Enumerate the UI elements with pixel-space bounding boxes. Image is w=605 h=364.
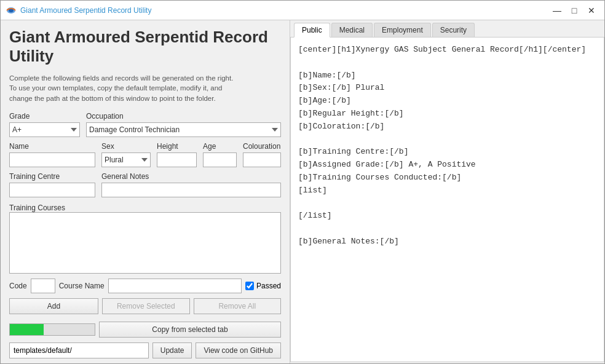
title-bar: Giant Armoured Serpentid Record Utility … (1, 1, 604, 20)
name-label: Name (9, 142, 95, 151)
path-input[interactable] (9, 342, 149, 358)
name-group: Name (9, 142, 95, 167)
copy-tab-button[interactable]: Copy from selected tab (99, 322, 281, 338)
colouration-group: Colouration (243, 142, 281, 167)
app-title: Giant Armoured Serpentid Record Utility (9, 28, 281, 66)
tab-security[interactable]: Security (432, 23, 475, 37)
training-courses-section: Training Courses (9, 202, 281, 274)
passed-label: Passed (256, 282, 281, 290)
progress-bar-fill (10, 324, 44, 335)
height-label: Height (157, 142, 197, 151)
occupation-select[interactable]: Damage Control Technician Engineer Medic… (86, 122, 281, 137)
sex-group: Sex Male Female Plural Other (101, 142, 151, 167)
left-panel: Giant Armoured Serpentid Record Utility … (1, 20, 290, 363)
training-courses-label: Training Courses (9, 204, 281, 212)
tab-content-public: [center][h1]Xynergy GAS Subject General … (290, 38, 604, 362)
remove-all-button[interactable]: Remove All (194, 298, 282, 314)
template-content: [center][h1]Xynergy GAS Subject General … (298, 44, 596, 248)
minimize-button[interactable]: — (549, 4, 565, 17)
grade-select[interactable]: A+ A B+ B C+ C (9, 122, 80, 137)
course-action-row: Add Remove Selected Remove All (9, 298, 281, 314)
training-centre-input[interactable] (9, 183, 95, 197)
height-input[interactable] (157, 152, 197, 167)
name-input[interactable] (9, 152, 95, 167)
main-content: Giant Armoured Serpentid Record Utility … (1, 20, 604, 363)
occupation-group: Occupation Damage Control Technician Eng… (86, 112, 281, 137)
grade-group: Grade A+ A B+ B C+ C (9, 112, 80, 137)
general-notes-label: General Notes (101, 172, 281, 181)
app-description: Complete the following fields and record… (9, 73, 281, 103)
tab-medical[interactable]: Medical (331, 23, 373, 37)
training-notes-row: Training Centre General Notes (9, 172, 281, 197)
age-input[interactable] (203, 152, 237, 167)
update-button[interactable]: Update (152, 342, 192, 358)
sex-select[interactable]: Male Female Plural Other (101, 152, 151, 167)
course-name-label: Course Name (59, 282, 105, 290)
github-button[interactable]: View code on GitHub (196, 342, 281, 358)
tab-employment[interactable]: Employment (374, 23, 431, 37)
close-button[interactable]: ✕ (583, 4, 599, 17)
right-panel: Public Medical Employment Security [cent… (290, 20, 604, 363)
progress-row: Copy from selected tab (9, 322, 281, 338)
general-notes-group: General Notes (101, 172, 281, 197)
code-input[interactable] (31, 279, 55, 293)
passed-checkbox[interactable] (245, 282, 254, 290)
path-row: Update View code on GitHub (9, 342, 281, 358)
age-group: Age (203, 142, 237, 167)
remove-selected-button[interactable]: Remove Selected (102, 298, 190, 314)
tab-public[interactable]: Public (294, 23, 330, 38)
personal-info-row: Name Sex Male Female Plural Other Height (9, 142, 281, 167)
code-label: Code (9, 282, 27, 290)
grade-occupation-row: Grade A+ A B+ B C+ C Occupation Damage C… (9, 112, 281, 137)
height-group: Height (157, 142, 197, 167)
title-bar-text: Giant Armoured Serpentid Record Utility (20, 6, 549, 15)
training-courses-list[interactable] (9, 212, 281, 274)
app-icon (6, 5, 17, 16)
occupation-label: Occupation (86, 112, 281, 121)
course-input-row: Code Course Name Passed (9, 279, 281, 293)
colouration-label: Colouration (243, 142, 281, 151)
training-centre-group: Training Centre (9, 172, 95, 197)
grade-label: Grade (9, 112, 80, 121)
course-name-input[interactable] (108, 279, 242, 293)
main-window: Giant Armoured Serpentid Record Utility … (0, 0, 605, 364)
passed-checkbox-group: Passed (245, 282, 281, 290)
age-label: Age (203, 142, 237, 151)
maximize-button[interactable]: □ (566, 4, 582, 17)
tabs-bar: Public Medical Employment Security (290, 20, 604, 38)
title-bar-controls: — □ ✕ (549, 4, 599, 17)
general-notes-input[interactable] (101, 183, 281, 197)
colouration-input[interactable] (243, 152, 281, 167)
sex-label: Sex (101, 142, 151, 151)
training-centre-label: Training Centre (9, 172, 95, 181)
progress-bar-container (9, 323, 95, 336)
add-button[interactable]: Add (9, 298, 98, 314)
